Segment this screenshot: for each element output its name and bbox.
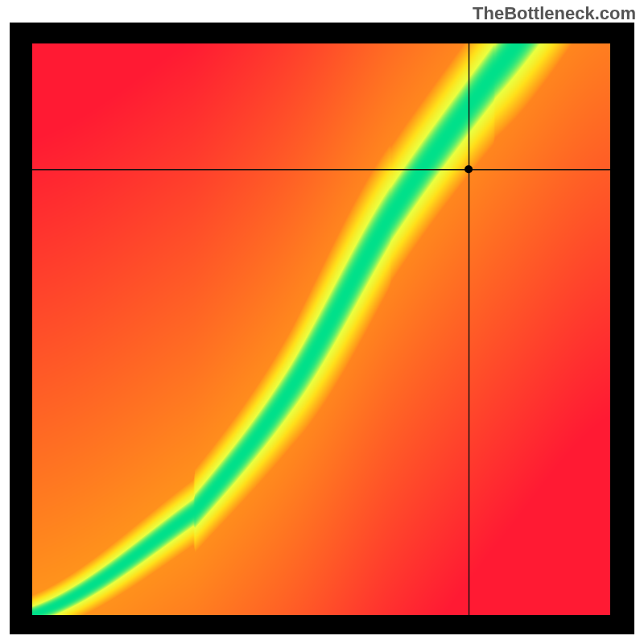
watermark-text: TheBottleneck.com bbox=[473, 3, 636, 24]
heatmap-canvas bbox=[32, 43, 610, 615]
plot-border bbox=[10, 23, 634, 634]
chart-container: TheBottleneck.com bbox=[0, 0, 644, 644]
